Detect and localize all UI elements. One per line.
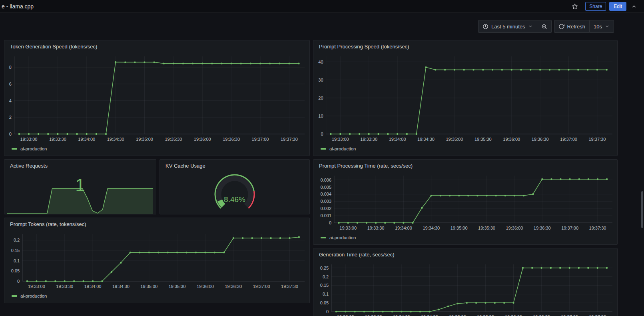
svg-text:8.46%: 8.46% [224,195,245,204]
svg-text:19:35:00: 19:35:00 [140,284,158,289]
svg-text:19:34:00: 19:34:00 [395,226,412,230]
legend-item-ai-production[interactable]: ai-production [321,235,356,240]
time-range-picker[interactable]: Last 5 minutes [478,20,537,33]
svg-text:19:34:00: 19:34:00 [393,314,410,316]
svg-text:19:36:30: 19:36:30 [534,226,551,230]
panel-title[interactable]: Generation Time (rate, secs/sec) [313,248,617,260]
svg-text:19:37:00: 19:37:00 [253,284,270,289]
svg-text:0.15: 0.15 [11,248,20,253]
dashboard-title: e - llama.cpp [2,3,34,10]
svg-text:19:36:00: 19:36:00 [505,314,522,316]
panel-title[interactable]: Active Requests [4,160,156,172]
share-button[interactable]: Share [585,2,606,11]
prompt-processing-speed-chart[interactable]: 19:33:0019:33:3019:34:0019:34:3019:35:00… [313,52,617,145]
svg-text:0.003: 0.003 [320,199,331,204]
panel-title[interactable]: Token Generation Speed (tokens/sec) [4,40,309,52]
legend-series-dash-icon [12,295,17,297]
prompt-tokens-chart[interactable]: 19:33:0019:33:3019:34:0019:34:3019:35:00… [4,230,309,292]
legend-label: ai-production [329,235,356,240]
svg-text:0: 0 [9,132,12,136]
svg-text:19:35:00: 19:35:00 [136,137,153,142]
magnifier-minus-icon [541,24,547,30]
app-header: e - llama.cpp Share Edit [0,0,644,13]
svg-text:19:34:30: 19:34:30 [423,226,440,230]
panel-generation-time: Generation Time (rate, secs/sec) 19:33:0… [313,248,618,316]
kv-cache-gauge[interactable]: 8.46% [160,172,309,214]
panel-prompt-processing-time: Prompt Processing Time (rate, secs/sec) … [313,159,618,245]
svg-text:19:36:00: 19:36:00 [194,137,211,142]
svg-text:19:37:00: 19:37:00 [252,137,269,142]
legend-item-ai-production[interactable]: ai-production [12,294,47,298]
vertical-scrollbar-thumb[interactable] [641,191,643,228]
svg-text:0: 0 [17,279,20,284]
prompt-processing-time-chart[interactable]: 19:33:0019:33:3019:34:0019:34:3019:35:00… [313,172,617,234]
panel-prompt-tokens: Prompt Tokens (rate, tokens/sec) 19:33:0… [4,218,310,303]
legend-series-dash-icon [321,237,326,238]
svg-text:19:36:30: 19:36:30 [225,284,242,289]
svg-text:19:35:30: 19:35:30 [478,226,495,230]
chevron-down-icon [605,24,610,29]
svg-text:19:37:00: 19:37:00 [561,226,578,230]
refresh-icon [558,24,564,30]
svg-text:19:33:30: 19:33:30 [49,137,66,142]
zoom-out-button[interactable] [537,20,552,33]
generation-time-chart[interactable]: 19:33:0019:33:3019:34:0019:34:3019:35:00… [313,260,617,316]
svg-text:19:35:00: 19:35:00 [451,226,468,230]
svg-text:19:35:30: 19:35:30 [477,314,494,316]
svg-text:19:33:30: 19:33:30 [360,137,377,142]
edit-button[interactable]: Edit [609,2,626,11]
svg-text:19:35:30: 19:35:30 [475,137,492,142]
refresh-button[interactable]: Refresh [554,20,590,33]
panel-title[interactable]: Prompt Processing Time (rate, secs/sec) [313,160,617,172]
svg-text:0.006: 0.006 [320,178,331,182]
svg-text:19:33:00: 19:33:00 [332,137,349,142]
legend-item-ai-production[interactable]: ai-production [12,146,47,151]
svg-text:19:35:00: 19:35:00 [449,314,466,316]
svg-text:19:33:00: 19:33:00 [339,226,357,230]
svg-text:19:34:30: 19:34:30 [421,314,438,316]
panel-title[interactable]: Prompt Tokens (rate, tokens/sec) [4,218,309,230]
token-generation-chart[interactable]: 19:33:0019:33:3019:34:0019:34:3019:35:00… [4,52,309,145]
svg-text:10: 10 [318,114,323,118]
collapse-header-button[interactable] [630,2,638,11]
svg-text:19:37:00: 19:37:00 [560,137,577,142]
refresh-interval-dropdown[interactable]: 10s [590,20,614,33]
svg-text:0.15: 0.15 [320,283,329,288]
legend-series-dash-icon [321,148,326,150]
svg-text:19:33:00: 19:33:00 [28,284,45,289]
svg-text:0.005: 0.005 [320,185,331,190]
panel-active-requests: Active Requests 1 [4,159,156,214]
svg-text:0.2: 0.2 [14,238,20,242]
chevron-down-icon [528,24,533,29]
dashboard-toolbar: Last 5 minutes Refresh 10s [478,20,614,33]
svg-text:19:33:00: 19:33:00 [337,314,354,316]
svg-text:19:36:00: 19:36:00 [506,226,523,230]
svg-text:19:37:30: 19:37:30 [589,314,606,316]
svg-text:19:34:00: 19:34:00 [84,284,102,289]
svg-text:19:36:30: 19:36:30 [223,137,240,142]
panel-legend: ai-production [313,234,617,244]
svg-text:19:34:30: 19:34:30 [112,284,130,289]
svg-text:2: 2 [9,115,12,120]
panel-title[interactable]: Prompt Processing Speed (tokens/sec) [313,40,617,52]
svg-text:19:33:30: 19:33:30 [56,284,73,289]
star-icon [572,3,578,10]
panel-token-generation-speed: Token Generation Speed (tokens/sec) 19:3… [4,40,310,156]
svg-text:19:34:30: 19:34:30 [417,137,435,142]
svg-text:0.05: 0.05 [11,268,20,273]
svg-text:0: 0 [321,132,323,136]
active-requests-sparkline[interactable]: 1 [4,172,156,214]
svg-text:19:36:30: 19:36:30 [532,137,549,142]
svg-text:0.002: 0.002 [320,206,331,211]
legend-item-ai-production[interactable]: ai-production [321,146,356,151]
panel-legend: ai-production [4,292,309,303]
svg-text:19:35:30: 19:35:30 [165,137,182,142]
svg-text:0.1: 0.1 [14,258,20,263]
favorite-star-button[interactable] [570,2,580,11]
refresh-controls-group: Refresh 10s [554,20,614,33]
svg-text:0.004: 0.004 [320,192,331,196]
svg-text:19:36:00: 19:36:00 [503,137,520,142]
svg-text:0.1: 0.1 [323,292,329,296]
panel-title[interactable]: KV Cache Usage [160,160,309,172]
svg-text:19:33:30: 19:33:30 [367,226,385,230]
